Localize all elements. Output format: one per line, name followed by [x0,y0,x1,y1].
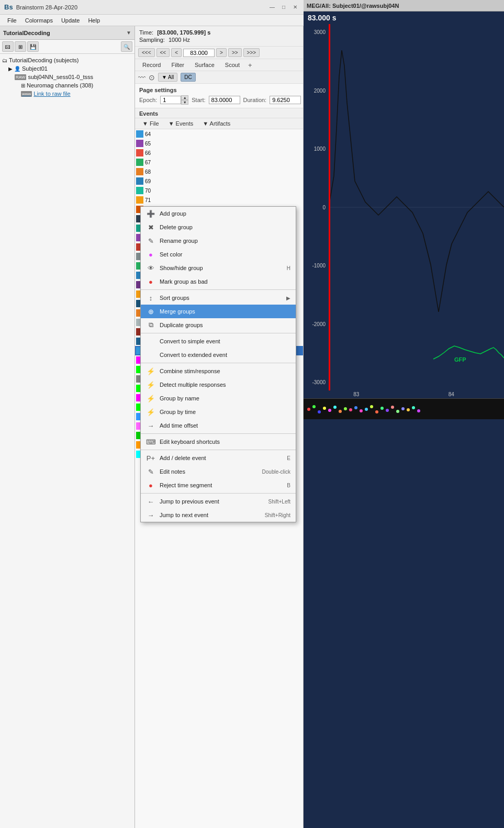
event-list-item[interactable]: 71 [135,195,303,205]
cm-icon-edit-shortcuts: ⌨ [146,437,155,446]
event-label: 70 [145,188,151,194]
meg-y-neg3000: -3000 [305,379,328,385]
tree-root-label: TutorialDecoding (subjects) [9,57,79,63]
context-menu-item-set-color[interactable]: ● Set color [141,248,296,261]
menu-help[interactable]: Help [84,16,104,25]
cm-icon-merge-groups: ⊕ [146,307,155,316]
page-settings: Page settings Epoch: ▲ ▼ Start: Duration… [135,84,303,108]
svg-point-18 [386,409,389,412]
context-menu-item-show-hide[interactable]: 👁 Show/hide group H [141,261,296,275]
menu-file[interactable]: File [3,16,21,25]
svg-point-22 [407,408,410,411]
context-menu-item-duplicate-groups[interactable]: ⧉ Duplicate groups [141,318,296,332]
meg-y-1000: 1000 [305,146,328,152]
context-menu-item-convert-simple[interactable]: Convert to simple event [141,334,296,348]
left-panel: TutorialDecoding ▼ 🖂 ⊞ 💾 🔍 🗂 TutorialDec… [0,26,135,828]
close-button[interactable]: ✕ [291,3,299,12]
context-menu-separator [141,289,296,290]
event-list-item[interactable]: 66 [135,148,303,158]
context-menu-item-sort-groups[interactable]: ↕ Sort groups ▶ [141,291,296,305]
duration-input[interactable] [270,96,301,104]
nav-next-button[interactable]: > [216,48,227,57]
cm-icon-convert-simple [146,337,155,346]
context-menu-item-group-by-name[interactable]: ⚡ Group by name [141,391,296,405]
meg-strip-svg [304,399,504,420]
tree-link[interactable]: www Link to raw file [0,89,135,98]
cm-shortcut-edit-notes: Double-click [262,469,290,475]
minimize-button[interactable]: — [268,3,276,12]
toolbar-btn-2[interactable]: ⊞ [15,41,26,52]
event-list-item[interactable]: 68 [135,167,303,176]
search-button[interactable]: 🔍 [121,41,132,52]
cm-icon-mark-bad: ● [146,277,155,286]
context-menu-item-jump-prev[interactable]: ← Jump to previous event Shift+Left [141,495,296,508]
cm-label-merge-groups: Merge groups [160,308,290,315]
context-menu-item-delete-group[interactable]: ✖ Delete group [141,220,296,234]
context-menu-item-convert-extended[interactable]: Convert to extended event [141,348,296,362]
context-menu-item-add-delete-event[interactable]: P+ Add / delete event E [141,451,296,465]
start-label: Start: [192,97,205,103]
context-menu-item-merge-groups[interactable]: ⊕ Merge groups [141,305,296,318]
tree-raw-icon: RAW [15,74,26,80]
context-menu-item-combine-stim[interactable]: ⚡ Combine stim/response [141,364,296,378]
tree-channels[interactable]: ⊞ Neuromag channels (308) [0,81,135,89]
tree-subject[interactable]: ▶ 👤 Subject01 [0,64,135,73]
tab-filter[interactable]: Filter [167,61,188,69]
svg-point-14 [365,408,368,411]
etab-artifacts[interactable]: ▼ Artifacts [198,119,234,128]
etab-file[interactable]: ▼ File [138,119,163,128]
event-list-item[interactable]: 70 [135,186,303,195]
etab-events[interactable]: ▼ Events [164,119,198,128]
event-list-item[interactable]: 69 [135,176,303,186]
cm-label-combine-stim: Combine stim/response [160,368,290,374]
epoch-down-button[interactable]: ▼ [181,100,188,105]
maximize-button[interactable]: □ [279,3,288,12]
nav-start-button[interactable]: <<< [138,48,155,57]
cm-shortcut-jump-next: Shift+Right [265,512,290,518]
menu-update[interactable]: Update [57,16,84,25]
tab-surface[interactable]: Surface [191,61,219,69]
epoch-input[interactable] [160,96,181,104]
time-input[interactable] [183,49,215,57]
cm-icon-sort-groups: ↕ [146,293,155,303]
menu-colormaps[interactable]: Colormaps [21,16,57,25]
context-menu-item-mark-bad[interactable]: ● Mark group as bad [141,275,296,288]
context-menu-item-rename-group[interactable]: ✎ Rename group [141,234,296,248]
nav-bar: <<< << < > >> >>> [135,47,303,59]
filter-dc-button[interactable]: DC [181,73,195,82]
context-menu: ➕ Add group ✖ Delete group ✎ Rename grou… [140,206,296,522]
cm-label-edit-notes: Edit notes [160,468,258,475]
nav-prev2-button[interactable]: << [156,48,170,57]
cm-icon-rename-group: ✎ [146,236,155,245]
tree-session[interactable]: RAW subj04NN_sess01-0_tsss [0,73,135,81]
context-menu-item-reject-segment[interactable]: ● Reject time segment B [141,478,296,492]
nav-prev-button[interactable]: < [171,48,182,57]
tab-add-button[interactable]: + [246,61,254,69]
tree-root[interactable]: 🗂 TutorialDecoding (subjects) [0,56,135,64]
filter-all-button[interactable]: ▼ All [158,73,177,82]
start-input[interactable] [209,96,240,104]
filter-all-label: ▼ All [162,74,174,80]
nav-end-button[interactable]: >>> [243,48,260,57]
toolbar-btn-1[interactable]: 🖂 [2,41,14,52]
context-menu-item-detect-multiple[interactable]: ⚡ Detect multiple responses [141,378,296,391]
event-list-item[interactable]: 64 [135,129,303,139]
tree-session-label: subj04NN_sess01-0_tsss [28,74,93,80]
event-color-swatch [136,149,143,156]
tab-scout[interactable]: Scout [221,61,244,69]
svg-point-20 [396,410,399,413]
event-list-item[interactable]: 67 [135,158,303,167]
event-list-item[interactable]: 65 [135,139,303,148]
context-menu-item-add-group[interactable]: ➕ Add group [141,207,296,220]
tab-record[interactable]: Record [138,61,165,69]
nav-next2-button[interactable]: >> [228,48,242,57]
context-menu-item-edit-shortcuts[interactable]: ⌨ Edit keyboard shortcuts [141,435,296,449]
event-label: 64 [145,131,151,137]
cm-icon-convert-extended [146,350,155,360]
context-menu-item-add-time-offset[interactable]: → Add time offset [141,419,296,432]
context-menu-item-edit-notes[interactable]: ✎ Edit notes Double-click [141,465,296,478]
context-menu-item-jump-next[interactable]: → Jump to next event Shift+Right [141,508,296,522]
context-menu-item-group-by-time[interactable]: ⚡ Group by time [141,405,296,419]
toolbar-btn-3[interactable]: 💾 [27,41,39,52]
epoch-up-button[interactable]: ▲ [181,95,188,100]
